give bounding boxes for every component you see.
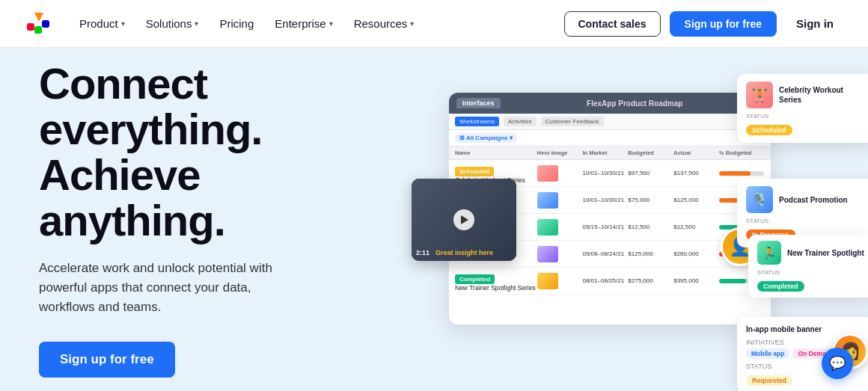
hero-section: Connect everything. Achieve anything. Ac… (0, 48, 868, 391)
brand-logo[interactable] (24, 10, 52, 38)
col-image: Hero Image (537, 150, 583, 156)
dashboard-toolbar: Workstreams Activities Customer Feedback (449, 114, 771, 130)
nav-pricing[interactable]: Pricing (210, 11, 263, 36)
dashboard-title: FlexApp Product Roadmap (507, 99, 763, 108)
col-budgeted: Budgeted (628, 150, 673, 156)
table-row: Completed New Trainer Spotlight Series 0… (449, 268, 771, 295)
card-status-badge: Requested (746, 375, 792, 386)
row-actual: $395,000 (673, 277, 719, 284)
row-image (537, 273, 583, 289)
dashboard-filter: ⊞ All Campaigns ▾ (449, 130, 771, 147)
status-badge: Completed (455, 274, 495, 284)
row-budgeted: $75,000 (628, 197, 673, 203)
card-header: 🏃 New Trainer Spotlight (757, 241, 867, 265)
nav-product[interactable]: Product ▾ (70, 11, 134, 36)
card-thumbnail: 🎙️ (746, 186, 773, 213)
nav-resources[interactable]: Resources ▾ (345, 11, 424, 36)
hero-subtext: Accelerate work and unlock potential wit… (39, 259, 308, 318)
card-status-badge: Completed (757, 281, 804, 292)
row-name: New Trainer Spotlight Series (455, 284, 537, 292)
hero-visual: Interfaces FlexApp Product Roadmap Works… (412, 63, 868, 384)
tag-mobile: Mobile app (746, 348, 789, 359)
row-actual: $12,500 (673, 224, 719, 230)
detail-card-1: 🏋️ Celebrity Workout Series STATUS Sched… (737, 74, 868, 143)
card-header: 🏋️ Celebrity Workout Series (746, 81, 867, 108)
video-label: Great insight here (435, 249, 493, 256)
chevron-icon: ▾ (121, 19, 125, 28)
col-name: Name (455, 150, 537, 156)
row-actual: $137,500 (673, 170, 719, 176)
row-market: 09/08–08/24/21 (582, 250, 628, 257)
chevron-icon: ▾ (329, 19, 333, 28)
row-image (537, 246, 583, 262)
row-budgeted: $97,500 (628, 170, 673, 176)
row-pct (719, 171, 765, 176)
card-title: Celebrity Workout Series (779, 85, 867, 105)
row-image (537, 219, 583, 235)
row-market: 08/01–08/25/21 (582, 277, 628, 284)
chat-icon: 💬 (829, 355, 846, 372)
nav-solutions[interactable]: Solutions ▾ (137, 11, 208, 36)
filter-badge[interactable]: ⊞ All Campaigns ▾ (455, 133, 517, 143)
nav-enterprise[interactable]: Enterprise ▾ (266, 11, 341, 36)
card-status-label: STATUS (746, 218, 867, 224)
status-badge: Scheduled (455, 167, 494, 176)
nav-links: Product ▾ Solutions ▾ Pricing Enterprise… (70, 11, 564, 36)
hero-headline: Connect everything. Achieve anything. (39, 61, 308, 244)
card-title: Podcast Promotion (779, 195, 848, 205)
svg-rect-3 (42, 20, 49, 28)
card-status-badge: Scheduled (746, 125, 792, 135)
video-play-button[interactable] (453, 209, 474, 230)
row-actual: $125,000 (673, 197, 719, 203)
row-market: 10/01–10/30/21 (582, 170, 628, 176)
col-market: In Market (582, 150, 628, 156)
video-timestamp: 2:11 (416, 249, 430, 256)
video-card[interactable]: 2:11 Great insight here (412, 179, 516, 261)
toolbar-workstreams[interactable]: Workstreams (455, 117, 499, 126)
row-market: 09/15–10/14/21 (582, 224, 628, 230)
dashboard-columns: Name Hero Image In Market Budgeted Actua… (449, 147, 771, 160)
card-header: 🎙️ Podcast Promotion (746, 186, 867, 213)
nav-actions: Contact sales Sign up for free Sign in (564, 11, 845, 37)
card-status-label: STATUS (746, 113, 867, 120)
svg-rect-4 (34, 26, 42, 34)
card-title: New Trainer Spotlight (787, 248, 864, 258)
card-thumbnail: 🏃 (757, 241, 781, 265)
signup-hero-button[interactable]: Sign up for free (39, 342, 175, 378)
contact-sales-button[interactable]: Contact sales (564, 11, 661, 37)
col-pct: % Budgeted (719, 150, 765, 156)
row-actual: $260,000 (673, 250, 719, 257)
video-inner: 2:11 Great insight here (412, 179, 516, 261)
card-thumbnail: 🏋️ (746, 81, 773, 108)
toolbar-feedback[interactable]: Customer Feedback (541, 117, 604, 126)
dashboard-tab: Interfaces (456, 98, 501, 108)
chevron-icon: ▾ (410, 19, 414, 28)
row-budgeted: $12,500 (628, 224, 673, 230)
row-market: 10/01–10/30/21 (582, 197, 628, 203)
col-actual: Actual (673, 150, 719, 156)
dashboard-header: Interfaces FlexApp Product Roadmap (449, 93, 771, 114)
toolbar-activities[interactable]: Activities (504, 117, 537, 126)
detail-card-3: 🏃 New Trainer Spotlight STATUS Completed (748, 235, 868, 298)
signup-nav-button[interactable]: Sign up for free (670, 11, 777, 37)
hero-text: Connect everything. Achieve anything. Ac… (39, 61, 308, 378)
chat-button[interactable]: 💬 (822, 348, 853, 379)
row-budgeted: $275,000 (628, 277, 673, 284)
row-budgeted: $125,000 (628, 250, 673, 257)
card-status-label: STATUS (757, 269, 867, 276)
row-image (537, 165, 583, 182)
row-image (537, 192, 583, 209)
chevron-icon: ▾ (195, 19, 198, 28)
signin-button[interactable]: Sign in (786, 11, 844, 36)
navbar: Product ▾ Solutions ▾ Pricing Enterprise… (0, 0, 868, 48)
svg-rect-1 (27, 23, 34, 31)
